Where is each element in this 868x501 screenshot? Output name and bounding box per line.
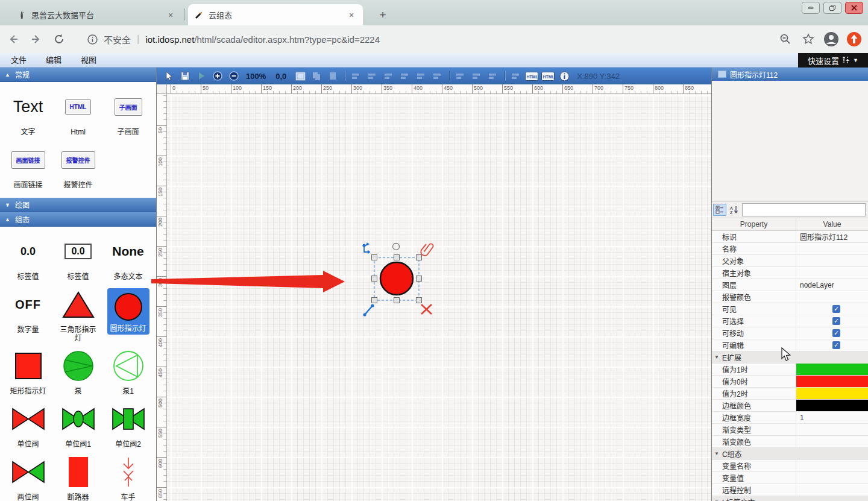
value-column-header[interactable]: Value: [796, 218, 868, 230]
property-row-父对象[interactable]: 父对象: [712, 255, 868, 267]
property-value[interactable]: [796, 424, 868, 435]
tab-close-icon[interactable]: ×: [165, 10, 176, 20]
palette-item-rect-light[interactable]: 矩形指示灯: [3, 350, 53, 395]
color-swatch[interactable]: [796, 400, 868, 411]
property-group-L标签文本[interactable]: ▼L标签文本: [712, 496, 868, 501]
property-row-远程控制[interactable]: 远程控制: [712, 484, 868, 496]
property-row-值为2时[interactable]: 值为2时: [712, 388, 868, 400]
property-group-E扩展[interactable]: ▼E扩展: [712, 351, 868, 364]
property-value[interactable]: [796, 484, 868, 496]
palette-item-breaker[interactable]: 断路器: [53, 456, 103, 501]
palette-section-header-2[interactable]: ▲组态: [0, 212, 156, 227]
property-value[interactable]: 1: [796, 412, 868, 423]
tab-dashboard[interactable]: 思普云大数据平台 ×: [11, 4, 182, 25]
palette-item-text-sample[interactable]: Text文字: [3, 90, 53, 136]
palette-item-digital-value[interactable]: OFF数字量: [3, 288, 53, 342]
property-row-值为0时[interactable]: 值为0时: [712, 376, 868, 388]
toolbar-info-icon[interactable]: [557, 69, 571, 83]
zoom-out-page-icon[interactable]: [776, 30, 794, 48]
palette-item-circle-light[interactable]: 圆形指示灯: [103, 288, 153, 342]
color-swatch[interactable]: [796, 364, 868, 375]
property-row-名称[interactable]: 名称: [712, 243, 868, 255]
property-row-可移动[interactable]: 可移动✓: [712, 327, 868, 339]
color-swatch[interactable]: [796, 376, 868, 387]
tab-close-icon[interactable]: ×: [346, 10, 357, 20]
menu-view[interactable]: 视图: [77, 53, 100, 67]
property-row-宿主对象[interactable]: 宿主对象: [712, 267, 868, 279]
property-row-变量值[interactable]: 变量值: [712, 472, 868, 484]
palette-item-valve2[interactable]: 单位阀2: [103, 403, 153, 449]
palette-item-valve1[interactable]: 单位阀1: [53, 403, 103, 449]
toolbar-select-cursor-icon[interactable]: [162, 69, 176, 83]
property-row-可见[interactable]: 可见✓: [712, 303, 868, 315]
toolbar-html-export-icon[interactable]: HTML: [524, 69, 539, 83]
tab-scada-editor[interactable]: 云组态 ×: [188, 4, 363, 25]
property-row-边框宽度[interactable]: 边框宽度1: [712, 412, 868, 424]
page-info-icon[interactable]: [83, 30, 101, 48]
palette-item-triangle-light[interactable]: 三角形指示灯: [53, 288, 103, 342]
property-row-图层[interactable]: 图层nodeLayer: [712, 279, 868, 291]
palette-item-valve[interactable]: 单位阀: [3, 403, 53, 449]
new-tab-button[interactable]: +: [375, 7, 391, 23]
restore-button[interactable]: [823, 2, 841, 14]
property-value[interactable]: [796, 255, 868, 266]
palette-item-html-button[interactable]: HTMLHtml: [53, 90, 103, 136]
close-button[interactable]: [845, 2, 863, 14]
menu-file[interactable]: 文件: [7, 53, 30, 67]
minimize-button[interactable]: [802, 2, 820, 14]
property-value[interactable]: [796, 472, 868, 484]
reload-icon[interactable]: [49, 30, 69, 49]
property-row-变量名称[interactable]: 变量名称: [712, 460, 868, 472]
palette-item-subscreen-button[interactable]: 子画面子画面: [103, 90, 153, 136]
alarm-button[interactable]: 报警控件: [61, 151, 95, 169]
menu-edit[interactable]: 编辑: [42, 53, 65, 67]
property-value[interactable]: [796, 460, 868, 471]
browser-logo-icon[interactable]: [845, 30, 863, 48]
property-value[interactable]: 圆形指示灯112: [796, 231, 868, 242]
profile-avatar[interactable]: [822, 30, 840, 48]
sort-az-button[interactable]: AZ: [728, 204, 741, 216]
property-value[interactable]: [796, 291, 868, 303]
toolbar-save-icon[interactable]: [178, 69, 192, 83]
subscreen-button[interactable]: 子画面: [115, 98, 142, 116]
color-swatch[interactable]: [796, 388, 868, 399]
palette-item-trolley[interactable]: 车手: [103, 456, 153, 501]
omnibox[interactable]: 不安全 | iot.idosp.net/html/scada/editor.as…: [75, 29, 770, 49]
property-row-边框颜色[interactable]: 边框颜色: [712, 400, 868, 412]
toolbar-page-grid-icon[interactable]: [293, 69, 307, 83]
palette-item-pump1[interactable]: 泵1: [103, 350, 153, 395]
property-value[interactable]: [796, 243, 868, 254]
checkbox-checked[interactable]: ✓: [832, 341, 840, 349]
property-row-标识[interactable]: 标识圆形指示灯112: [712, 231, 868, 243]
checkbox-checked[interactable]: ✓: [832, 317, 840, 325]
toolbar-html-import-icon[interactable]: HTML: [541, 69, 555, 83]
palette-item-tag-value-box[interactable]: 0.0标签值: [53, 235, 103, 281]
palette-item-valve-2way[interactable]: 两位阀: [3, 456, 53, 501]
design-canvas[interactable]: [167, 94, 711, 501]
toolbar-zoom-in-icon[interactable]: [210, 69, 225, 83]
property-value[interactable]: [796, 436, 868, 447]
property-row-报警颜色[interactable]: 报警颜色: [712, 291, 868, 303]
property-row-值为1时[interactable]: 值为1时: [712, 364, 868, 376]
palette-section-header-0[interactable]: ▲常规: [0, 68, 156, 82]
property-row-渐变颜色[interactable]: 渐变颜色: [712, 436, 868, 448]
property-value[interactable]: nodeLayer: [796, 279, 868, 291]
property-row-可选择[interactable]: 可选择✓: [712, 315, 868, 327]
palette-item-screenlink-button[interactable]: 画面链接画面链接: [3, 143, 53, 189]
property-row-渐变类型[interactable]: 渐变类型: [712, 424, 868, 436]
palette-item-multistate-text[interactable]: None多态文本: [103, 235, 153, 281]
palette-item-tag-value[interactable]: 0.0标签值: [3, 235, 53, 281]
html-button[interactable]: HTML: [65, 99, 92, 115]
toolbar-zoom-out-icon[interactable]: [227, 69, 241, 83]
property-value[interactable]: [796, 267, 868, 279]
checkbox-checked[interactable]: ✓: [832, 329, 840, 337]
categorized-view-button[interactable]: [713, 204, 726, 216]
palette-item-pump[interactable]: 泵: [53, 350, 103, 395]
screenlink-button[interactable]: 画面链接: [11, 151, 45, 169]
forward-icon[interactable]: [27, 30, 46, 49]
property-row-可编辑[interactable]: 可编辑✓: [712, 339, 868, 351]
palette-section-header-1[interactable]: ▼绘图: [0, 198, 156, 212]
property-group-C组态[interactable]: ▼C组态: [712, 448, 868, 460]
quick-settings-button[interactable]: 快速设置 ▼: [798, 53, 868, 68]
palette-item-alarm-button[interactable]: 报警控件报警控件: [53, 143, 103, 189]
